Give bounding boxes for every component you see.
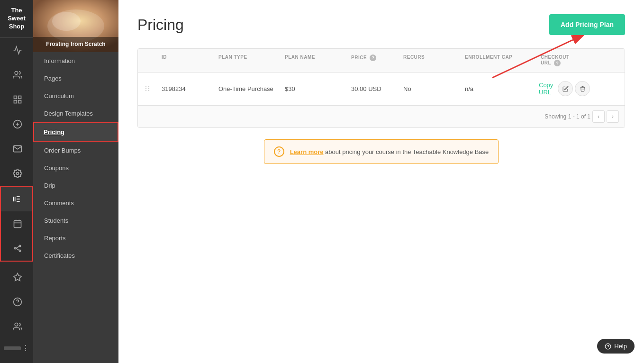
drag-handle[interactable]	[138, 77, 157, 100]
svg-point-32	[145, 88, 146, 89]
row-actions: Copy URL	[536, 73, 574, 105]
info-box-description: about pricing your course in the Teachab…	[323, 148, 489, 155]
col-enrollment-cap: ENROLLMENT CAP	[460, 49, 536, 72]
svg-point-35	[148, 90, 149, 91]
svg-rect-14	[14, 220, 21, 227]
nav-students[interactable]: Students	[33, 212, 118, 229]
svg-point-8	[16, 172, 18, 174]
svg-marker-23	[13, 273, 21, 281]
nav-comments[interactable]: Comments	[33, 194, 118, 212]
svg-point-34	[145, 90, 146, 91]
nav-certificates[interactable]: Certificates	[33, 247, 118, 264]
svg-rect-4	[18, 100, 21, 103]
help-nav-icon[interactable]	[0, 290, 33, 314]
learn-more-link[interactable]: Learn more	[290, 148, 324, 155]
library-nav-icon[interactable]	[1, 187, 32, 211]
settings-nav-icon[interactable]	[0, 161, 33, 186]
course-sidebar: Frosting from Scratch Information Pages …	[33, 0, 118, 363]
svg-point-20	[19, 250, 20, 251]
nav-coupons[interactable]: Coupons	[33, 159, 118, 177]
pagination-label: Showing 1 - 1 of 1	[544, 113, 590, 120]
email-nav-icon[interactable]	[0, 136, 33, 161]
main-header: Pricing Add Pricing Plan	[137, 14, 625, 35]
price-info-icon: ?	[370, 54, 376, 61]
table-header: ID PLAN TYPE PLAN NAME PRICE ? RECURS EN…	[138, 49, 625, 73]
svg-point-18	[14, 247, 16, 249]
money-nav-icon[interactable]	[0, 112, 33, 136]
nav-information[interactable]: Information	[33, 52, 118, 70]
more-options-icon[interactable]: ⋮	[22, 344, 29, 353]
info-box: ? Learn more about pricing your course i…	[264, 139, 499, 164]
row-plan-type: One-Time Purchase	[214, 77, 280, 101]
users-nav-icon[interactable]	[0, 63, 33, 87]
svg-point-31	[148, 86, 149, 87]
brand-title: The Sweet Shop	[0, 0, 33, 38]
help-button-label: Help	[614, 343, 627, 350]
nav-pages[interactable]: Pages	[33, 70, 118, 87]
info-box-text: Learn more about pricing your course in …	[290, 148, 489, 155]
help-button[interactable]: Help	[597, 339, 635, 354]
nav-curriculum[interactable]: Curriculum	[33, 87, 118, 105]
row-price: 30.00 USD	[346, 77, 399, 101]
team-nav-icon[interactable]	[0, 314, 33, 339]
pricing-table: ID PLAN TYPE PLAN NAME PRICE ? RECURS EN…	[137, 48, 625, 128]
icon-sidebar-bottom: ⋮	[0, 265, 33, 363]
analytics-nav-icon[interactable]	[0, 38, 33, 63]
course-title: Frosting from Scratch	[33, 37, 118, 52]
pagination-prev-button[interactable]: ‹	[592, 110, 605, 123]
edit-row-button[interactable]	[558, 81, 573, 96]
svg-rect-2	[18, 96, 21, 99]
pagination-row: Showing 1 - 1 of 1 ‹ ›	[138, 105, 625, 127]
pagination-next-button[interactable]: ›	[607, 110, 619, 123]
svg-point-0	[15, 71, 18, 74]
col-plan-type: PLAN TYPE	[214, 49, 280, 72]
nav-order-bumps[interactable]: Order Bumps	[33, 142, 118, 159]
info-box-icon: ?	[274, 146, 284, 157]
svg-point-29	[52, 12, 81, 31]
add-pricing-plan-button[interactable]: Add Pricing Plan	[549, 14, 625, 35]
svg-rect-1	[14, 96, 17, 99]
main-content: Pricing Add Pricing Plan ID PLAN TYPE PL…	[118, 0, 644, 363]
table-row: 3198234 One-Time Purchase $30 30.00 USD …	[138, 73, 625, 105]
row-recurs: No	[399, 77, 460, 101]
distribute-nav-icon[interactable]	[1, 236, 32, 261]
course-thumbnail: Frosting from Scratch	[33, 0, 118, 52]
svg-point-30	[145, 86, 146, 87]
svg-point-33	[148, 88, 149, 89]
col-id: ID	[157, 49, 214, 72]
col-drag	[138, 49, 157, 72]
course-nav: Information Pages Curriculum Design Temp…	[33, 52, 118, 264]
copy-url-link[interactable]: Copy URL	[539, 82, 553, 96]
svg-line-21	[16, 246, 19, 248]
checkout-url-info-icon: ?	[554, 60, 561, 66]
svg-line-22	[16, 248, 19, 250]
row-enrollment-cap: n/a	[460, 77, 536, 101]
nav-drip[interactable]: Drip	[33, 177, 118, 194]
calendar-nav-icon[interactable]	[1, 211, 32, 236]
svg-point-19	[19, 245, 20, 246]
svg-rect-3	[14, 100, 17, 103]
col-plan-name: PLAN NAME	[280, 49, 346, 72]
nav-pricing[interactable]: Pricing	[33, 122, 118, 142]
col-checkout-url: CHECKOUT URL ?	[536, 49, 574, 72]
page-title: Pricing	[137, 16, 184, 34]
icon-sidebar: The Sweet Shop	[0, 0, 33, 363]
layout-nav-icon[interactable]	[0, 87, 33, 112]
row-plan-name: $30	[280, 77, 346, 101]
star-nav-icon[interactable]	[0, 265, 33, 290]
svg-point-26	[15, 323, 18, 327]
col-recurs: RECURS	[399, 49, 460, 72]
row-id: 3198234	[157, 77, 214, 101]
col-price: PRICE ?	[346, 49, 399, 72]
delete-row-button[interactable]	[575, 81, 590, 96]
nav-design-templates[interactable]: Design Templates	[33, 105, 118, 122]
nav-reports[interactable]: Reports	[33, 229, 118, 247]
